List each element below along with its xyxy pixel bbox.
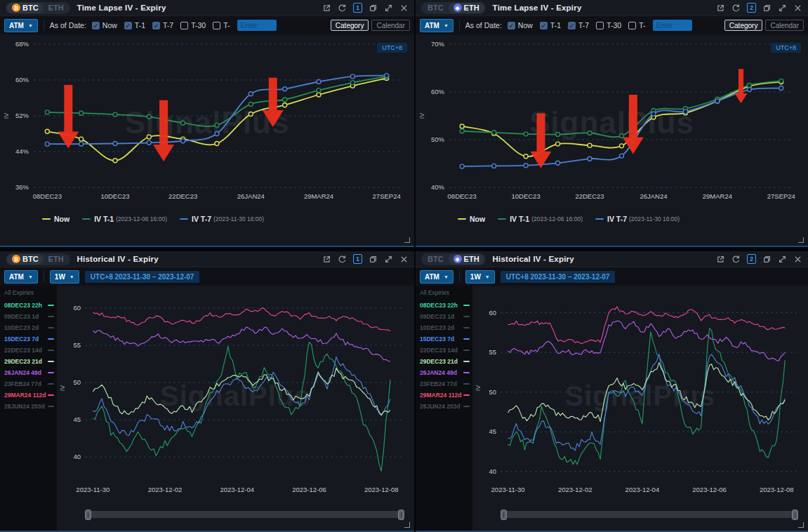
checkbox-t-7[interactable]: ✓T-7	[152, 21, 173, 29]
refresh-icon[interactable]	[338, 4, 347, 13]
checkbox-t-7[interactable]: ✓T-7	[568, 21, 589, 29]
expiry-item[interactable]: 28JUN24 203d	[420, 401, 470, 412]
coin-btc-button[interactable]: BTC	[423, 254, 449, 265]
share-icon[interactable]	[322, 255, 331, 264]
checkbox-t-1[interactable]: ✓T-1	[124, 21, 145, 29]
chevron-down-icon: ▼	[28, 274, 33, 279]
checked-checkbox-icon: ✓	[508, 22, 515, 29]
series-swatch	[463, 316, 470, 317]
period-select[interactable]: 1W ▼	[50, 270, 79, 284]
expiry-item[interactable]: 09DEC23 1d	[4, 311, 54, 322]
expand-icon[interactable]	[778, 4, 787, 13]
close-icon[interactable]	[399, 255, 409, 264]
coin-eth-button[interactable]: ◆ ETH	[449, 3, 484, 13]
expiry-item[interactable]: 29MAR24 112d	[420, 390, 470, 401]
window-number-badge[interactable]: 1	[353, 4, 362, 13]
expand-icon[interactable]	[778, 255, 787, 264]
legend-item[interactable]: IV T-7(2023-11-30 16:00)	[180, 215, 264, 223]
checkbox-now[interactable]: ✓Now	[508, 21, 533, 29]
eth-coin-icon: ◆	[453, 255, 462, 263]
calendar-view-button[interactable]: Calendar	[371, 20, 410, 31]
svg-text:22DEC23: 22DEC23	[575, 192, 604, 200]
custom-date-input[interactable]	[237, 20, 277, 31]
expiry-item[interactable]: 29DEC23 21d	[420, 356, 470, 367]
expiry-item[interactable]: 22DEC23 14d	[420, 345, 470, 356]
checkbox-t-30[interactable]: T-30	[596, 21, 621, 29]
checkbox-now[interactable]: ✓Now	[92, 21, 117, 29]
legend-item[interactable]: IV T-1(2023-12-06 16:00)	[82, 215, 167, 223]
strike-select[interactable]: ATM ▼	[4, 270, 38, 284]
chart-legend: NowIV T-1(2023-12-06 16:00)IV T-7(2023-1…	[0, 211, 414, 227]
period-select[interactable]: 1W ▼	[465, 270, 495, 284]
close-icon[interactable]	[793, 4, 802, 13]
restore-window-icon[interactable]	[369, 255, 378, 264]
resize-handle[interactable]	[798, 237, 804, 243]
expiry-item[interactable]: 29DEC23 21d	[4, 356, 54, 367]
window-number-badge[interactable]: 2	[747, 4, 756, 13]
expand-icon[interactable]	[384, 4, 393, 13]
expiry-item[interactable]: 26JAN24 49d	[4, 367, 54, 378]
restore-window-icon[interactable]	[762, 255, 771, 264]
resize-handle[interactable]	[404, 237, 410, 243]
view-mode-buttons: CategoryCalendar	[724, 20, 804, 31]
checkbox-t-1[interactable]: ✓T-1	[540, 21, 561, 29]
expiry-item[interactable]: 10DEC23 2d	[4, 322, 54, 333]
category-view-button[interactable]: Category	[724, 20, 763, 31]
slider-handle-left[interactable]	[501, 510, 507, 520]
legend-item[interactable]: IV T-7(2023-11-30 16:00)	[595, 215, 680, 223]
slider-handle-right[interactable]	[398, 510, 404, 520]
coin-eth-button[interactable]: ETH	[44, 3, 69, 13]
close-icon[interactable]	[793, 255, 802, 264]
share-icon[interactable]	[322, 4, 331, 13]
custom-date-input[interactable]	[653, 20, 692, 31]
strike-select[interactable]: ATM▼	[4, 19, 38, 32]
strike-select[interactable]: ATM▼	[420, 19, 453, 32]
expiry-item[interactable]: 23FEB24 77d	[4, 378, 54, 390]
expiry-item[interactable]: 28JUN24 203d	[4, 401, 54, 412]
expiry-item[interactable]: 15DEC23 7d	[4, 333, 54, 345]
expiry-item[interactable]: 08DEC23 22h	[420, 300, 470, 311]
coin-btc-label: BTC	[22, 255, 39, 263]
legend-item[interactable]: IV T-1(2023-12-06 16:00)	[498, 215, 583, 223]
expiry-item[interactable]: 08DEC23 22h	[4, 300, 54, 311]
expiry-item[interactable]: 22DEC23 14d	[4, 345, 54, 356]
legend-item[interactable]: Now	[42, 215, 69, 223]
expiry-item[interactable]: 15DEC23 7d	[420, 333, 470, 345]
coin-eth-button[interactable]: ◆ ETH	[449, 254, 484, 265]
coin-btc-button[interactable]: BTC	[423, 3, 449, 13]
checkbox-t-30[interactable]: T-30	[180, 21, 206, 29]
resize-handle[interactable]	[798, 522, 804, 528]
expiry-item[interactable]: 26JAN24 49d	[420, 367, 470, 378]
expand-icon[interactable]	[384, 255, 393, 264]
slider-track[interactable]	[85, 511, 404, 518]
slider-track[interactable]	[501, 511, 798, 518]
resize-handle[interactable]	[404, 522, 410, 528]
window-number-badge[interactable]: 2	[747, 255, 756, 264]
calendar-view-button[interactable]: Calendar	[765, 20, 804, 31]
restore-window-icon[interactable]	[369, 4, 378, 13]
category-view-button[interactable]: Category	[331, 20, 369, 31]
expiry-item[interactable]: 10DEC23 2d	[420, 322, 470, 333]
checkbox-t[interactable]: T-	[213, 21, 230, 29]
strike-select[interactable]: ATM ▼	[420, 270, 453, 284]
time-lapse-toolbar: ATM▼As of Date:✓Now✓T-1✓T-7T-30T-Categor…	[416, 15, 808, 34]
slider-handle-left[interactable]	[85, 510, 91, 520]
legend-item[interactable]: Now	[458, 215, 485, 223]
share-icon[interactable]	[716, 4, 725, 13]
expiry-item[interactable]: 23FEB24 77d	[420, 378, 470, 390]
share-icon[interactable]	[716, 255, 725, 264]
refresh-icon[interactable]	[338, 255, 347, 264]
expiry-item[interactable]: 09DEC23 1d	[420, 311, 470, 322]
expiry-item[interactable]: 29MAR24 112d	[4, 390, 54, 401]
coin-btc-button[interactable]: ₿ BTC	[7, 254, 44, 265]
coin-eth-button[interactable]: ETH	[44, 254, 69, 265]
checkbox-t[interactable]: T-	[628, 21, 645, 29]
restore-window-icon[interactable]	[762, 4, 771, 13]
close-icon[interactable]	[399, 4, 409, 13]
svg-text:26JAN24: 26JAN24	[237, 192, 265, 200]
coin-btc-button[interactable]: ₿ BTC	[7, 3, 44, 13]
window-number-badge[interactable]: 1	[353, 255, 362, 264]
refresh-icon[interactable]	[731, 4, 741, 13]
refresh-icon[interactable]	[731, 255, 741, 264]
slider-handle-right[interactable]	[792, 510, 798, 520]
